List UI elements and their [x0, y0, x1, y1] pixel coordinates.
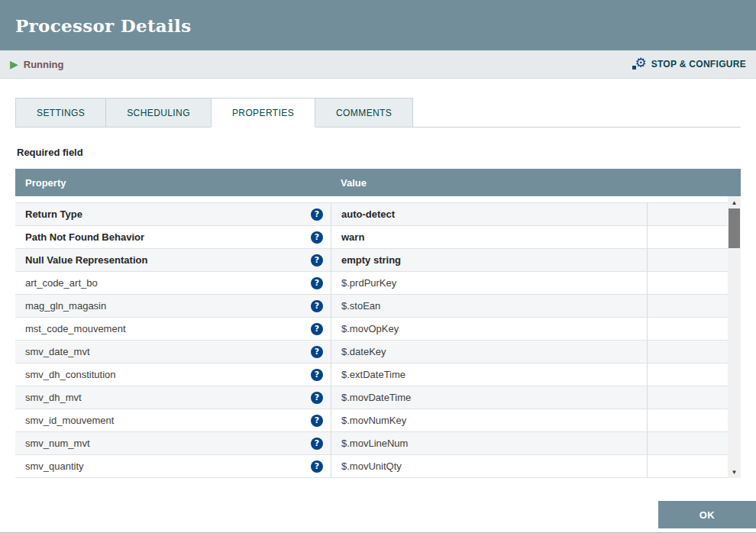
property-name: smv_num_mvt	[25, 438, 90, 449]
table-row: Null Value Representation ? empty string	[15, 249, 728, 272]
table-row: smv_dh_constitution ? $.extDateTime	[15, 363, 728, 386]
table-row: Return Type ? auto-detect	[15, 203, 728, 226]
help-icon[interactable]: ?	[311, 438, 323, 450]
scrollbar-thumb[interactable]	[729, 208, 740, 248]
help-icon[interactable]: ?	[311, 323, 323, 335]
help-icon[interactable]: ?	[311, 231, 323, 244]
dialog-header: Processor Details	[0, 0, 756, 50]
tab-properties[interactable]: PROPERTIES	[211, 98, 315, 128]
column-header-value: Value	[331, 177, 647, 189]
scroll-up-icon[interactable]: ▲	[728, 196, 741, 208]
property-value: empty string	[341, 254, 401, 266]
property-value: auto-detect	[341, 208, 395, 220]
property-name: mst_code_mouvement	[25, 323, 126, 334]
table-row: smv_quantity ? $.movUnitQty	[15, 455, 728, 478]
property-name: mag_gln_magasin	[25, 300, 106, 312]
help-icon[interactable]: ?	[311, 460, 323, 473]
property-name: smv_quantity	[25, 460, 84, 472]
table-row: mst_code_mouvement ? $.movOpKey	[15, 318, 728, 341]
properties-table: Property Value Return Type ? auto-detect…	[15, 169, 741, 478]
property-value: $.extDateTime	[341, 369, 405, 380]
tab-settings[interactable]: SETTINGS	[15, 98, 106, 128]
dialog-title: Processor Details	[15, 15, 191, 36]
table-row: art_code_art_bo ? $.prdPurKey	[15, 272, 728, 295]
dialog-content: SETTINGS SCHEDULING PROPERTIES COMMENTS …	[0, 98, 756, 478]
properties-table-header: Property Value	[15, 169, 741, 196]
stop-configure-icon: ⚙	[632, 57, 647, 71]
tab-scheduling[interactable]: SCHEDULING	[105, 98, 212, 128]
property-value: $.movUnitQty	[341, 460, 402, 472]
help-icon[interactable]: ?	[311, 208, 323, 221]
processor-details-dialog: Processor Details ▶ Running ⚙ STOP & CON…	[0, 0, 756, 533]
table-row: smv_num_mvt ? $.movLineNum	[15, 432, 728, 455]
help-icon[interactable]: ?	[311, 300, 323, 312]
tab-bar: SETTINGS SCHEDULING PROPERTIES COMMENTS	[15, 98, 741, 128]
property-name: art_code_art_bo	[25, 277, 98, 289]
property-value: $.movDateTime	[341, 392, 411, 403]
scrollbar-track[interactable]	[728, 208, 741, 466]
property-name: Return Type	[25, 208, 82, 220]
properties-table-body: Return Type ? auto-detect Path Not Found…	[15, 196, 728, 478]
help-icon[interactable]: ?	[311, 346, 323, 358]
ok-button[interactable]: OK	[658, 501, 756, 528]
help-icon[interactable]: ?	[311, 392, 323, 404]
property-value: $.movNumKey	[341, 415, 406, 426]
help-icon[interactable]: ?	[311, 254, 323, 266]
tab-comments[interactable]: COMMENTS	[315, 98, 413, 128]
property-name: smv_id_mouvement	[25, 415, 114, 426]
property-name: smv_dh_mvt	[25, 392, 82, 403]
table-row: smv_dh_mvt ? $.movDateTime	[15, 386, 728, 409]
property-value: $.movLineNum	[341, 438, 408, 449]
required-field-label: Required field	[17, 147, 741, 158]
help-icon[interactable]: ?	[311, 415, 323, 427]
table-row: mag_gln_magasin ? $.stoEan	[15, 295, 728, 318]
status-bar: ▶ Running ⚙ STOP & CONFIGURE	[0, 50, 756, 79]
run-status: ▶ Running	[10, 59, 64, 70]
column-header-property: Property	[15, 177, 331, 189]
property-value: $.stoEan	[341, 300, 380, 312]
stop-and-configure-label: STOP & CONFIGURE	[651, 59, 746, 69]
table-row: smv_id_mouvement ? $.movNumKey	[15, 409, 728, 432]
help-icon[interactable]: ?	[311, 369, 323, 381]
property-value: warn	[341, 231, 364, 243]
property-value: $.dateKey	[341, 346, 386, 357]
property-name: smv_date_mvt	[25, 346, 90, 357]
property-value: $.movOpKey	[341, 323, 399, 334]
property-name: smv_dh_constitution	[25, 369, 116, 380]
stop-and-configure-button[interactable]: ⚙ STOP & CONFIGURE	[632, 57, 746, 71]
run-status-label: Running	[24, 59, 64, 70]
table-row: Path Not Found Behavior ? warn	[15, 226, 728, 249]
property-name: Null Value Representation	[25, 254, 147, 266]
vertical-scrollbar[interactable]: ▲ ▼	[728, 196, 741, 478]
scroll-down-icon[interactable]: ▼	[728, 466, 741, 478]
play-icon: ▶	[10, 59, 18, 69]
property-value: $.prdPurKey	[341, 277, 396, 289]
help-icon[interactable]: ?	[311, 277, 323, 289]
properties-table-scroll-area: Return Type ? auto-detect Path Not Found…	[15, 196, 741, 478]
table-row: smv_date_mvt ? $.dateKey	[15, 341, 728, 363]
property-name: Path Not Found Behavior	[25, 231, 144, 243]
